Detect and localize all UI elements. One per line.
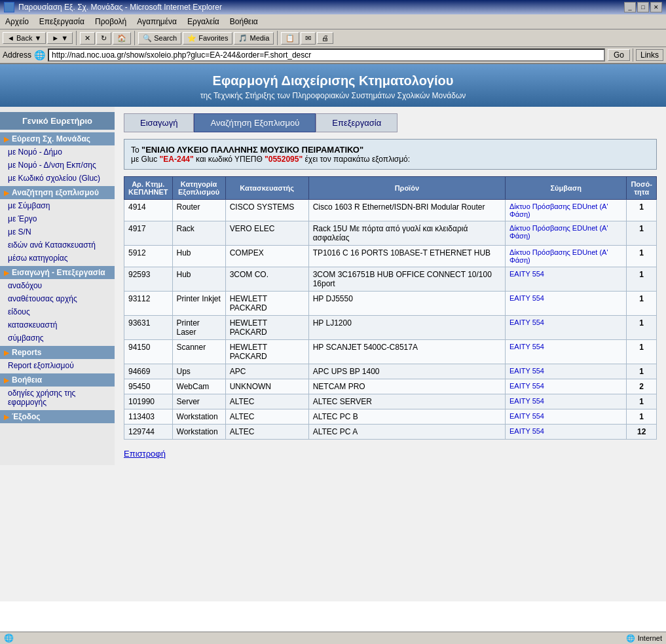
sidebar-item-by-category[interactable]: μέσω κατηγορίας bbox=[0, 252, 115, 265]
cell-category: Workstation bbox=[172, 409, 225, 425]
sidebar-label-exit: Έξοδος bbox=[12, 412, 41, 421]
sidebar-item-usage-guide[interactable]: οδηγίες χρήσης της εφαρμογής bbox=[0, 387, 115, 409]
address-sep bbox=[633, 48, 633, 62]
sidebar-item-exit[interactable]: ▶ Έξοδος bbox=[0, 410, 115, 423]
table-row: 4914RouterCISCO SYSTEMSCisco 1603 R Ethe… bbox=[124, 200, 657, 221]
sidebar-item-by-contract[interactable]: με Σύμβαση bbox=[0, 199, 115, 212]
forward-button[interactable]: ► ▼ bbox=[47, 32, 73, 44]
sidebar-item-by-contract2[interactable]: σύμβασης bbox=[0, 331, 115, 345]
menu-edit[interactable]: Επεξεργασία bbox=[37, 16, 87, 28]
menu-help[interactable]: Βοήθεια bbox=[227, 16, 261, 28]
tab-navigation: Εισαγωγή Αναζήτηση Εξοπλισμού Επεξεργασί… bbox=[124, 113, 657, 132]
search-button[interactable]: 🔍 Search bbox=[138, 32, 181, 45]
sidebar-item-reports[interactable]: ▶ Reports bbox=[0, 346, 115, 359]
cell-qty: 1 bbox=[627, 246, 657, 267]
close-button[interactable]: ✕ bbox=[650, 2, 662, 12]
cell-product: Rack 15U Με πόρτα από γυαλί και κλειδαρι… bbox=[308, 221, 505, 246]
tab-insert[interactable]: Εισαγωγή bbox=[124, 113, 194, 132]
mail-button[interactable]: ✉ bbox=[301, 32, 316, 45]
sidebar-item-by-gluc[interactable]: με Κωδικό σχολείου (Gluc) bbox=[0, 172, 115, 185]
menu-view[interactable]: Προβολή bbox=[92, 16, 129, 28]
sidebar-item-by-manufacturer[interactable]: ειδών ανά Κατασκευαστή bbox=[0, 238, 115, 252]
sidebar-item-by-manufacturer2[interactable]: κατασκευαστή bbox=[0, 318, 115, 331]
sidebar-item-by-nomos-diefth[interactable]: με Νομό - Δ/νση Εκπ/σης bbox=[0, 159, 115, 172]
media-button[interactable]: 🎵 Media bbox=[234, 32, 274, 45]
tab-edit[interactable]: Επεξεργασία bbox=[316, 113, 398, 132]
cell-manufacturer: COMPEX bbox=[225, 246, 308, 267]
sidebar-item-by-sn[interactable]: με S/N bbox=[0, 225, 115, 238]
sidebar-label-by-project: με Έργο bbox=[8, 214, 37, 223]
maximize-button[interactable]: □ bbox=[637, 2, 649, 12]
sidebar-label-by-sn: με S/N bbox=[8, 227, 31, 237]
menu-file[interactable]: Αρχείο bbox=[3, 16, 31, 28]
cell-qty: 1 bbox=[627, 200, 657, 221]
cell-manufacturer: ALTEC bbox=[225, 409, 308, 425]
sidebar-item-help[interactable]: ▶ Βοήθεια bbox=[0, 373, 115, 387]
sidebar-item-by-nomos-dimos[interactable]: με Νομό - Δήμο bbox=[0, 145, 115, 159]
sidebar-item-find-school[interactable]: ▶ Εύρεση Σχ. Μονάδας bbox=[0, 132, 115, 145]
cell-product: APC UPS BP 1400 bbox=[308, 364, 505, 379]
cell-contract: EAITY 554 bbox=[505, 340, 626, 364]
cell-product: Cisco 1603 R Ethernet/ISDN-BRI Modular R… bbox=[308, 200, 505, 221]
tab-search[interactable]: Αναζήτηση Εξοπλισμού bbox=[194, 113, 316, 132]
sidebar-item-by-project[interactable]: με Έργο bbox=[0, 212, 115, 225]
col-header-manufacturer: Κατασκευαστής bbox=[225, 177, 308, 200]
cell-category: Printer Laser bbox=[172, 316, 225, 340]
col-header-category: ΚατηγορίαΕξοπλισμού bbox=[172, 177, 225, 200]
cell-product: HP LJ1200 bbox=[308, 316, 505, 340]
table-row: 92593Hub3COM CO.3COM 3C16751B HUB OFFICE… bbox=[124, 267, 657, 292]
cell-qty: 1 bbox=[627, 364, 657, 379]
cell-id: 95450 bbox=[124, 379, 173, 394]
refresh-button[interactable]: ↻ bbox=[96, 32, 111, 45]
sidebar-item-insert-edit[interactable]: ▶ Εισαγωγή - Επεξεργασία bbox=[0, 266, 115, 279]
favorites-button[interactable]: ⭐ Favorites bbox=[183, 32, 232, 45]
cell-contract: EAITY 554 bbox=[505, 394, 626, 409]
triangle-icon-4: ▶ bbox=[4, 349, 9, 356]
sidebar-label-by-category: μέσω κατηγορίας bbox=[8, 254, 67, 263]
table-row: 94150ScannerHEWLETT PACKARDHP SCANJET 54… bbox=[124, 340, 657, 364]
toolbar-separator-3 bbox=[277, 31, 278, 45]
table-row: 93112Printer InkjetHEWLETT PACKARDHP DJ5… bbox=[124, 292, 657, 316]
cell-id: 94669 bbox=[124, 364, 173, 379]
go-button[interactable]: Go bbox=[608, 49, 630, 61]
cell-id: 4917 bbox=[124, 221, 173, 246]
sidebar-item-by-assigning[interactable]: αναθέτουσας αρχής bbox=[0, 292, 115, 305]
page-content: Εφαρμογή Διαχείρισης Κτηματολογίου της Τ… bbox=[0, 64, 666, 601]
stop-button[interactable]: ✕ bbox=[80, 32, 95, 45]
sidebar-item-by-recipient[interactable]: αναδόχου bbox=[0, 279, 115, 292]
sidebar-item-report-equipment[interactable]: Report εξοπλισμού bbox=[0, 359, 115, 372]
content-area: Εισαγωγή Αναζήτηση Εξοπλισμού Επεξεργασί… bbox=[115, 107, 666, 465]
sidebar-label-by-nomos-dimos: με Νομό - Δήμο bbox=[8, 147, 62, 157]
cell-category: Router bbox=[172, 200, 225, 221]
menu-favorites[interactable]: Αγαπημένα bbox=[134, 16, 179, 28]
menu-tools[interactable]: Εργαλεία bbox=[185, 16, 222, 28]
cell-qty: 1 bbox=[627, 267, 657, 292]
cell-category: Hub bbox=[172, 246, 225, 267]
window-controls[interactable]: _ □ ✕ bbox=[624, 2, 662, 12]
home-button[interactable]: 🏠 bbox=[113, 32, 131, 45]
cell-product: ALTEC PC B bbox=[308, 409, 505, 425]
sidebar-header: Γενικό Ευρετήριο bbox=[0, 112, 115, 130]
back-button[interactable]: ◄ Back ▼ bbox=[3, 32, 46, 44]
address-label: Address bbox=[3, 50, 31, 60]
cell-qty: 12 bbox=[627, 425, 657, 440]
cell-contract: Δίκτυο Πρόσβασης EDUnet (Α' Φάση) bbox=[505, 246, 626, 267]
sidebar-label-usage-guide: οδηγίες χρήσης της εφαρμογής bbox=[8, 388, 109, 407]
sidebar-label-by-manufacturer2: κατασκευαστή bbox=[8, 320, 57, 330]
minimize-button[interactable]: _ bbox=[624, 2, 636, 12]
sidebar-item-by-type[interactable]: είδους bbox=[0, 305, 115, 318]
table-row: 4917RackVERO ELECRack 15U Με πόρτα από γ… bbox=[124, 221, 657, 246]
sidebar-item-search-equipment[interactable]: ▶ Αναζήτηση εξοπλισμού bbox=[0, 186, 115, 199]
sidebar-label-by-gluc: με Κωδικό σχολείου (Gluc) bbox=[8, 174, 100, 183]
gluc-value: "ΕΑ-244" bbox=[160, 155, 194, 164]
cell-qty: 1 bbox=[627, 409, 657, 425]
cell-id: 93112 bbox=[124, 292, 173, 316]
history-button[interactable]: 📋 bbox=[281, 32, 299, 45]
cell-category: Printer Inkjet bbox=[172, 292, 225, 316]
sidebar: Γενικό Ευρετήριο ▶ Εύρεση Σχ. Μονάδας με… bbox=[0, 107, 115, 465]
school-name: "ΕΝΙΑΙΟ ΛΥΚΕΙΟ ΠΑΛΛΗΝΗΣ ΜΟΥΣΙΚΟ ΠΕΙΡΑΜΑΤ… bbox=[141, 145, 363, 155]
links-button[interactable]: Links bbox=[636, 49, 663, 61]
return-link[interactable]: Επιστροφή bbox=[124, 449, 166, 459]
print-button[interactable]: 🖨 bbox=[317, 32, 333, 44]
address-input[interactable] bbox=[48, 48, 605, 62]
